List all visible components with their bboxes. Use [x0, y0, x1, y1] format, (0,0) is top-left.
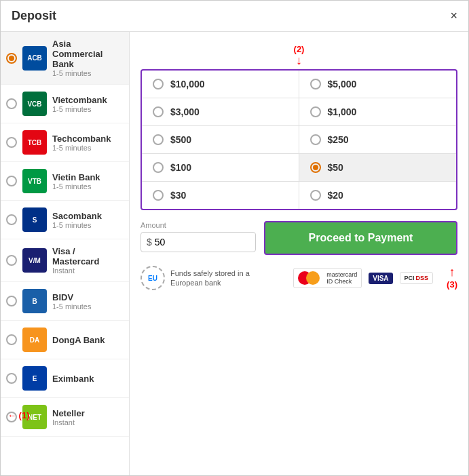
ann3-arrow-icon: ↑	[447, 266, 457, 278]
bank-logo-vcb: VCB	[22, 92, 47, 116]
amount-cell-8[interactable]: $30	[142, 182, 299, 209]
amount-input-group: Amount $	[140, 221, 256, 252]
amount-label: Amount	[140, 221, 256, 229]
bank-logo-tcb: TCB	[22, 130, 47, 155]
bank-name-neteller: Neteller	[52, 408, 85, 418]
mastercard-circles	[298, 271, 320, 285]
bank-time-bidv: 1-5 minutes	[52, 302, 91, 311]
bank-item-vietin[interactable]: VTB Vietin Bank 1-5 minutes	[1, 162, 129, 201]
bank-name-vcb: Vietcombank	[52, 95, 107, 105]
bank-name-exim: Eximbank	[52, 374, 94, 384]
bank-time-vcb: 1-5 minutes	[52, 105, 107, 113]
amount-cell-3[interactable]: $1,000	[299, 98, 457, 126]
mc-yellow-circle	[306, 271, 320, 285]
amount-radio-3	[310, 106, 321, 117]
amount-radio-7	[310, 162, 321, 173]
amount-label-3: $1,000	[328, 106, 357, 117]
ann2-arrow-icon: ↓	[296, 54, 302, 66]
bank-logo-bidv: B	[22, 289, 47, 313]
bank-item-exim[interactable]: E Eximbank	[1, 359, 129, 398]
annotation-1: ← (1)	[7, 409, 30, 421]
ann3-label: (3)	[447, 279, 457, 290]
bank-item-visamc[interactable]: V/M Visa / Mastercard Instant	[1, 239, 129, 282]
visa-badge: VISA	[369, 273, 392, 284]
bank-radio-acb	[6, 53, 17, 64]
bank-info-vcb: Vietcombank 1-5 minutes	[52, 95, 107, 113]
amount-label-0: $10,000	[170, 79, 205, 90]
amount-cell-0[interactable]: $10,000	[142, 71, 299, 98]
bank-name-donga: DongA Bank	[52, 335, 105, 345]
bank-info-sacom: Sacombank 1-5 minutes	[52, 211, 102, 229]
amount-label-1: $5,000	[328, 79, 357, 90]
bank-info-bidv: BIDV 1-5 minutes	[52, 292, 91, 311]
bank-logo-visamc: V/M	[22, 248, 47, 273]
bank-logo-exim: E	[22, 366, 47, 391]
amount-cell-4[interactable]: $500	[142, 126, 299, 154]
bank-item-vcb[interactable]: VCB Vietcombank 1-5 minutes	[1, 85, 129, 123]
amounts-grid: $10,000 $5,000 $3,000 $1,000 $500 $250 $…	[140, 69, 457, 210]
amount-radio-1	[310, 79, 321, 90]
payment-row: Amount $ Proceed to Payment	[140, 221, 457, 255]
eu-text: Funds safely stored in a European bank	[170, 269, 282, 288]
amount-radio-8	[153, 190, 164, 201]
annotation-3: ↑ (3)	[447, 266, 457, 290]
bank-time-tcb: 1-5 minutes	[52, 144, 111, 152]
bank-info-tcb: Techcombank 1-5 minutes	[52, 134, 111, 152]
amount-radio-6	[153, 162, 164, 173]
amount-cell-7[interactable]: $50	[299, 154, 457, 182]
amount-input[interactable]	[155, 237, 209, 247]
bank-time-neteller: Instant	[52, 418, 85, 427]
bank-time-vietin: 1-5 minutes	[52, 182, 100, 191]
bank-info-acb: Asia Commercial Bank 1-5 minutes	[52, 39, 124, 77]
right-panel: (2) ↓ $10,000 $5,000 $3,000 $1,000 $500 …	[130, 32, 468, 475]
amount-label-9: $20	[328, 190, 343, 201]
bank-item-tcb[interactable]: TCB Techcombank 1-5 minutes	[1, 123, 129, 162]
bank-info-visamc: Visa / Mastercard Instant	[52, 246, 124, 275]
payment-badges: mastercardID Check VISA PCI DSS	[293, 268, 433, 288]
amount-input-wrapper: $	[140, 232, 256, 252]
mastercard-label: mastercardID Check	[326, 271, 357, 285]
pci-label: PCI	[405, 275, 415, 281]
eu-badge: EU Funds safely stored in a European ban…	[140, 266, 282, 290]
close-button[interactable]: ×	[450, 9, 457, 23]
bank-time-sacom: 1-5 minutes	[52, 221, 102, 229]
amount-label-4: $500	[170, 134, 191, 145]
bank-radio-exim	[6, 373, 17, 384]
amount-cell-9[interactable]: $20	[299, 182, 457, 209]
bank-name-bidv: BIDV	[52, 292, 91, 302]
bank-radio-sacom	[6, 214, 17, 225]
amount-cell-1[interactable]: $5,000	[299, 71, 457, 98]
bank-info-neteller: Neteller Instant	[52, 408, 85, 427]
bank-name-acb: Asia Commercial Bank	[52, 39, 124, 69]
bank-name-sacom: Sacombank	[52, 211, 102, 221]
bank-time-visamc: Instant	[52, 266, 124, 275]
bank-info-exim: Eximbank	[52, 374, 94, 384]
bank-radio-vcb	[6, 98, 17, 109]
bank-time-acb: 1-5 minutes	[52, 69, 124, 77]
amount-radio-2	[153, 106, 164, 117]
amount-cell-6[interactable]: $100	[142, 154, 299, 182]
amount-cell-5[interactable]: $250	[299, 126, 457, 154]
amount-cell-2[interactable]: $3,000	[142, 98, 299, 126]
bank-item-sacom[interactable]: S Sacombank 1-5 minutes	[1, 201, 129, 239]
amount-label-6: $100	[170, 162, 191, 173]
proceed-to-payment-button[interactable]: Proceed to Payment	[264, 221, 457, 255]
annotation-2: (2) ↓	[140, 43, 457, 66]
bank-item-acb[interactable]: ACB Asia Commercial Bank 1-5 minutes	[1, 32, 129, 85]
bank-item-donga[interactable]: DA DongA Bank	[1, 321, 129, 359]
bank-logo-donga: DA	[22, 328, 47, 352]
bank-logo-acb: ACB	[22, 46, 47, 71]
bank-logo-sacom: S	[22, 207, 47, 232]
bank-name-tcb: Techcombank	[52, 134, 111, 144]
eu-icon: EU	[140, 266, 165, 290]
bank-radio-visamc	[6, 255, 17, 266]
dss-label: DSS	[416, 275, 429, 281]
bank-radio-tcb	[6, 137, 17, 148]
ann1-label: ← (1)	[7, 410, 30, 420]
bank-item-bidv[interactable]: B BIDV 1-5 minutes	[1, 282, 129, 321]
modal-title: Deposit	[12, 9, 56, 23]
currency-symbol: $	[147, 237, 152, 247]
bank-logo-vietin: VTB	[22, 169, 47, 193]
security-row: EU Funds safely stored in a European ban…	[140, 266, 457, 290]
bank-info-vietin: Vietin Bank 1-5 minutes	[52, 172, 100, 191]
